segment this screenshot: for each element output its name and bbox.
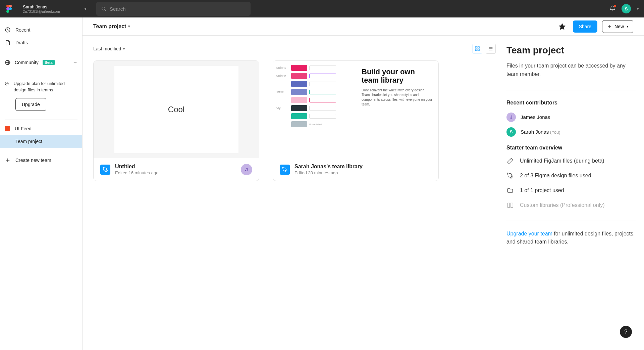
file-thumbnail: Cool — [94, 61, 259, 158]
book-icon — [506, 202, 514, 209]
question-icon: ? — [624, 329, 627, 335]
chevron-down-icon[interactable]: ▾ — [637, 7, 639, 11]
user-email: 2a73181f@uifeed.com — [23, 9, 86, 13]
search-container — [96, 2, 251, 16]
overview-text: Unlimited FigJam files (during beta) — [520, 158, 604, 164]
separator — [506, 220, 636, 220]
section-heading: Recent contributors — [506, 100, 636, 106]
overview-text: 1 of 1 project used — [520, 187, 564, 193]
contributor-avatar: J — [506, 113, 516, 122]
svg-line-23 — [511, 159, 511, 160]
file-thumbnail: eader 1 eader 2 ubtitle ody Form label — [273, 61, 438, 158]
overview-row: 2 of 3 Figma design files used — [506, 172, 636, 179]
upgrade-paragraph: Upgrade your team for unlimited design f… — [506, 230, 636, 247]
star-icon — [558, 23, 566, 30]
svg-point-1 — [102, 7, 105, 10]
account-switcher[interactable]: Sarah Jonas 2a73181f@uifeed.com ▾ — [20, 3, 89, 15]
sidebar-label: Community — [15, 60, 39, 65]
pen-icon — [506, 172, 514, 179]
contributor-name: Sarah Jonas — [521, 129, 549, 135]
plus-icon — [607, 24, 612, 29]
share-button[interactable]: Share — [573, 20, 597, 33]
contributor-name: James Jonas — [521, 114, 550, 120]
plus-icon — [5, 157, 11, 163]
detail-panel: Team project Files in your team project … — [506, 36, 644, 350]
overview-row: Custom libraries (Professional only) — [506, 202, 636, 209]
sidebar-item-community[interactable]: Community Beta → — [0, 55, 82, 70]
separator — [5, 120, 77, 120]
search-input[interactable] — [110, 6, 246, 12]
figma-logo[interactable] — [5, 5, 13, 12]
notifications-button[interactable] — [609, 5, 615, 12]
user-name: Sarah Jonas — [23, 4, 86, 9]
notification-dot — [614, 5, 616, 7]
chevron-down-icon: ▾ — [123, 47, 125, 51]
overview-row: 1 of 1 project used — [506, 187, 636, 194]
you-badge: (You) — [550, 130, 560, 135]
overview-text: 2 of 3 Figma design files used — [520, 173, 591, 179]
file-subtitle: Edited 30 minutes ago — [294, 170, 432, 175]
new-label: New — [614, 24, 624, 29]
overview-text: Custom libraries (Professional only) — [520, 202, 605, 208]
section-heading: Starter team overview — [506, 145, 636, 151]
separator — [5, 73, 77, 73]
svg-marker-10 — [559, 23, 565, 29]
grid-view-button[interactable] — [472, 44, 482, 54]
contributor-row[interactable]: S Sarah Jonas (You) — [506, 127, 636, 137]
breadcrumb[interactable]: Team project ▾ — [93, 24, 130, 30]
globe-icon — [5, 59, 11, 65]
sort-label: Last modified — [93, 46, 121, 51]
svg-rect-15 — [475, 49, 477, 51]
file-title: Sarah Jonas's team library — [294, 164, 432, 170]
team-name: UI Feed — [15, 126, 32, 131]
file-card[interactable]: eader 1 eader 2 ubtitle ody Form label — [273, 60, 439, 181]
panel-title: Team project — [506, 45, 636, 56]
ruler-icon — [506, 158, 514, 164]
figma-file-icon — [100, 165, 110, 175]
new-button[interactable]: New ▾ — [602, 20, 633, 33]
sort-dropdown[interactable]: Last modified ▾ — [93, 46, 125, 51]
folder-icon — [506, 187, 514, 194]
create-team-button[interactable]: Create new team — [0, 154, 82, 167]
grid-icon — [475, 46, 480, 51]
chevron-down-icon: ▾ — [85, 7, 86, 11]
team-color-swatch — [5, 126, 10, 131]
sidebar-item-drafts[interactable]: Drafts — [0, 36, 82, 49]
contributor-avatar: J — [241, 164, 252, 175]
sidebar-item-recent[interactable]: Recent — [0, 24, 82, 36]
upgrade-text: Upgrade plan for unlimited design files … — [14, 81, 77, 93]
sidebar-team[interactable]: UI Feed — [0, 123, 82, 135]
star-button[interactable] — [556, 20, 568, 33]
figma-file-icon — [280, 165, 290, 175]
contributor-row[interactable]: J James Jonas — [506, 113, 636, 122]
main-header: Team project ▾ Share New ▾ — [83, 17, 644, 36]
file-icon — [5, 40, 11, 46]
separator — [506, 90, 636, 90]
lib-heading: Build your own team library — [362, 68, 434, 85]
chevron-down-icon: ▾ — [128, 24, 130, 29]
lib-body: Don't reinvent the wheel with every desi… — [362, 88, 434, 107]
upgrade-team-link[interactable]: Upgrade your team — [506, 231, 552, 236]
svg-line-22 — [509, 160, 510, 160]
svg-rect-16 — [478, 49, 479, 51]
upgrade-callout: Upgrade plan for unlimited design files … — [0, 76, 82, 117]
chevron-down-icon: ▾ — [627, 25, 628, 28]
svg-line-21 — [509, 161, 509, 161]
file-subtitle: Edited 16 minutes ago — [115, 170, 236, 175]
sidebar-project-item[interactable]: Team project — [0, 135, 82, 148]
upgrade-button[interactable]: Upgrade — [15, 98, 46, 111]
user-avatar[interactable]: S — [622, 4, 631, 13]
files-area: Last modified ▾ — [83, 36, 506, 350]
list-icon — [488, 46, 493, 51]
contributor-avatar: S — [506, 127, 516, 137]
file-card[interactable]: Cool Untitled Edited 16 minutes ago J — [93, 60, 259, 181]
sidebar-label: Recent — [15, 27, 30, 33]
overview-row: Unlimited FigJam files (during beta) — [506, 158, 636, 164]
upload-icon — [5, 81, 9, 87]
project-name: Team project — [15, 139, 42, 144]
sidebar-label: Drafts — [15, 40, 28, 45]
svg-rect-13 — [475, 47, 477, 48]
help-button[interactable]: ? — [620, 326, 632, 338]
sidebar: Recent Drafts Community Beta → Upgrade p… — [0, 17, 83, 350]
list-view-button[interactable] — [486, 44, 496, 54]
